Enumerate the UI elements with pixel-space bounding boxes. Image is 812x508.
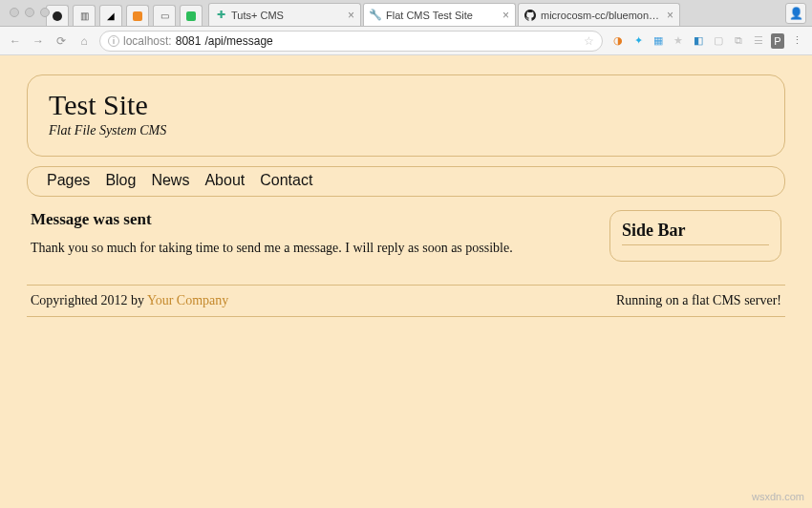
browser-tab-bar: ▥ ◢ ▭ ✚ Tuts+ CMS × 🔧 Flat CMS Test Site… [0, 0, 812, 27]
site-footer: Copyrighted 2012 by Your Company Running… [27, 285, 785, 317]
tab-label: Tuts+ CMS [231, 10, 343, 21]
tab-github[interactable]: microcosm-cc/bluemonday: bl × [518, 3, 680, 26]
site-title: Test Site [49, 89, 763, 121]
ext-icon-5[interactable]: ◧ [691, 33, 706, 49]
pinned-tab-5[interactable]: ▭ [153, 5, 176, 26]
tab-flat-cms[interactable]: 🔧 Flat CMS Test Site × [363, 3, 516, 26]
close-window-dot[interactable] [10, 8, 19, 17]
message-body: Thank you so much for taking time to sen… [31, 241, 594, 256]
user-icon: 👤 [789, 7, 803, 20]
github-icon [524, 10, 536, 21]
pinned-tab-3[interactable]: ◢ [99, 5, 122, 26]
back-button[interactable]: ← [8, 34, 23, 48]
footer-copyright: Copyrighted 2012 by Your Company [31, 293, 228, 308]
dot-icon [53, 11, 62, 21]
tab-tuts-cms[interactable]: ✚ Tuts+ CMS × [208, 3, 361, 26]
address-bar[interactable]: i localhost:8081/api/message ☆ [99, 31, 603, 52]
book-icon: ▭ [160, 11, 169, 21]
bookmark-star-icon[interactable]: ☆ [584, 34, 594, 48]
content-row: Message was sent Thank you so much for t… [27, 210, 785, 262]
tab-label: microcosm-cc/bluemonday: bl [541, 10, 662, 21]
footer-server: Running on a flat CMS server! [616, 293, 781, 308]
notebook-icon: ▥ [80, 11, 89, 21]
sidebar: Side Bar [609, 210, 781, 262]
close-icon[interactable]: × [502, 9, 509, 22]
nav-news[interactable]: News [151, 172, 189, 189]
ext-icon-6[interactable]: ▢ [711, 33, 726, 49]
green-icon [186, 11, 196, 21]
site-header: Test Site Flat File System CMS [27, 74, 785, 157]
url-host: localhost: [123, 34, 172, 48]
profile-button[interactable]: 👤 [785, 3, 806, 24]
close-icon[interactable]: × [348, 9, 354, 22]
browser-toolbar: ← → ⟳ ⌂ i localhost:8081/api/message ☆ ◑… [0, 27, 812, 55]
orange-icon [133, 11, 142, 21]
maximize-window-dot[interactable] [40, 8, 50, 17]
pinned-tab-2[interactable]: ▥ [73, 5, 96, 26]
ext-icon-1[interactable]: ◑ [610, 33, 626, 49]
nav-contact[interactable]: Contact [260, 172, 312, 189]
url-port: 8081 [176, 34, 202, 48]
ext-icon-7[interactable]: ⧉ [731, 33, 746, 49]
nav-pages[interactable]: Pages [47, 172, 90, 189]
nav-blog[interactable]: Blog [105, 172, 136, 189]
site-nav: Pages Blog News About Contact [27, 166, 785, 197]
tab-label: Flat CMS Test Site [386, 10, 498, 21]
url-path: /api/message [204, 34, 272, 48]
window-controls [10, 8, 50, 17]
watermark: wsxdn.com [752, 491, 804, 502]
footer-prefix: Copyrighted 2012 by [31, 293, 147, 307]
ext-icon-2[interactable]: ✦ [630, 33, 646, 49]
ext-icon-9[interactable]: P [771, 33, 784, 49]
pinned-tab-6[interactable] [180, 5, 203, 26]
footer-company-link[interactable]: Your Company [147, 293, 228, 307]
ext-icon-3[interactable]: ▦ [651, 33, 666, 49]
message-heading: Message was sent [31, 210, 594, 229]
home-button[interactable]: ⌂ [76, 34, 92, 48]
extensions-row: ◑ ✦ ▦ ★ ◧ ▢ ⧉ ☰ P ⋮ [610, 33, 804, 49]
pinned-tab-4[interactable] [126, 5, 149, 26]
forward-button[interactable]: → [31, 34, 46, 48]
site-subtitle: Flat File System CMS [49, 123, 763, 138]
pinned-tabs: ▥ ◢ ▭ [46, 5, 203, 26]
nav-about[interactable]: About [204, 172, 245, 189]
menu-icon[interactable]: ⋮ [789, 33, 804, 49]
sidebar-title: Side Bar [622, 221, 769, 245]
app-icon: ◢ [107, 11, 115, 21]
site-info-icon[interactable]: i [108, 35, 119, 47]
page-viewport: Test Site Flat File System CMS Pages Blo… [0, 55, 812, 508]
ext-icon-4[interactable]: ★ [671, 33, 686, 49]
ext-icon-8[interactable]: ☰ [751, 33, 766, 49]
main-content: Message was sent Thank you so much for t… [31, 210, 594, 256]
minimize-window-dot[interactable] [25, 8, 34, 17]
reload-button[interactable]: ⟳ [53, 34, 69, 48]
plus-icon: ✚ [215, 10, 226, 21]
wrench-icon: 🔧 [370, 10, 381, 21]
close-icon[interactable]: × [667, 9, 673, 22]
